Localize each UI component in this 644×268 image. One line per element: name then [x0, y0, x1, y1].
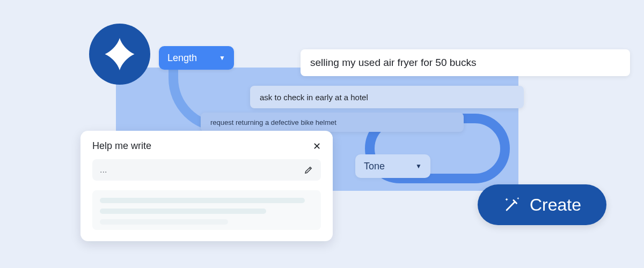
- skeleton-line: [100, 219, 228, 225]
- prompt-text: request returning a defective bike helme…: [210, 118, 336, 126]
- prompt-text: selling my used air fryer for 50 bucks: [310, 57, 476, 69]
- create-button[interactable]: Create: [478, 184, 606, 225]
- sparkle-icon: [102, 36, 137, 72]
- create-label: Create: [530, 195, 581, 215]
- length-dropdown[interactable]: Length ▼: [159, 46, 234, 70]
- tone-dropdown[interactable]: Tone ▼: [355, 154, 430, 178]
- tone-label: Tone: [364, 161, 385, 172]
- output-placeholder: [92, 190, 321, 230]
- prompt-input-value: ...: [100, 165, 107, 175]
- prompt-input[interactable]: ...: [92, 159, 321, 181]
- close-icon[interactable]: ✕: [313, 142, 321, 151]
- pencil-icon[interactable]: [304, 165, 313, 175]
- skeleton-line: [100, 209, 266, 214]
- chevron-down-icon: ▼: [415, 162, 422, 170]
- prompt-chip-secondary[interactable]: ask to check in early at a hotel: [250, 86, 524, 108]
- prompt-chip-tertiary[interactable]: request returning a defective bike helme…: [201, 113, 464, 132]
- skeleton-line: [100, 198, 305, 203]
- length-label: Length: [167, 53, 197, 64]
- canvas: Length ▼ selling my used air fryer for 5…: [0, 0, 644, 268]
- sparkle-badge: [89, 24, 150, 85]
- prompt-chip-primary[interactable]: selling my used air fryer for 50 bucks: [301, 49, 630, 76]
- help-me-write-card: Help me write ✕ ...: [80, 131, 333, 241]
- chevron-down-icon: ▼: [219, 54, 225, 62]
- card-title: Help me write: [92, 140, 151, 152]
- prompt-text: ask to check in early at a hotel: [260, 93, 368, 102]
- wand-sparkle-icon: [503, 196, 521, 214]
